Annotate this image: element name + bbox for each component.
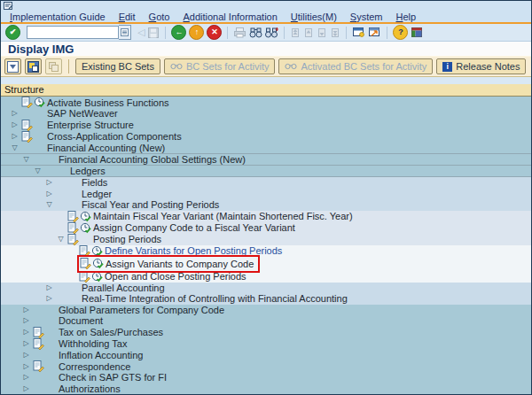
tree-item-label[interactable]: Parallel Accounting [80, 283, 165, 293]
tree-item-label[interactable]: Inflation Accounting [57, 350, 143, 360]
tree-row-inflation-accounting[interactable]: ▷Inflation Accounting [1, 350, 531, 361]
expanded-arrow-icon[interactable]: ▽ [32, 166, 43, 176]
img-activity-doc-icon[interactable] [79, 258, 91, 269]
position-icon[interactable] [4, 58, 21, 74]
tree-item-label[interactable]: Correspondence [57, 361, 130, 372]
collapsed-arrow-icon[interactable]: ▷ [20, 338, 32, 349]
save-icon[interactable] [147, 27, 160, 39]
help-icon[interactable]: ? [393, 25, 408, 40]
exit-icon[interactable]: ↑ [189, 25, 204, 40]
expanded-arrow-icon[interactable]: ▽ [55, 234, 66, 244]
img-activity-doc-icon[interactable] [20, 120, 33, 131]
tree-row-tax-on-sales-purchases[interactable]: ▷Tax on Sales/Purchases [1, 327, 531, 338]
find-next-icon[interactable] [265, 27, 278, 38]
tree-item-label[interactable]: Fields [80, 177, 107, 188]
tree-item-label[interactable]: Real-Time Integration of Controlling wit… [80, 293, 348, 304]
tree-item-label[interactable]: Tax on Sales/Purchases [57, 327, 163, 337]
system-window-icon[interactable] [4, 2, 13, 11]
menu-item-additional-information[interactable]: Additional Information [183, 12, 277, 22]
tree-row-assign-company-code-to-a-fiscal-year-variant[interactable]: Assign Company Code to a Fiscal Year Var… [1, 222, 531, 234]
button-release-notes[interactable]: iRelease Notes [436, 58, 526, 74]
tree-row-global-parameters-for-company-code[interactable]: ▷Global Parameters for Company Code [1, 305, 531, 316]
img-structure-tree[interactable]: Activate Business Functions▷SAP NetWeave… [1, 97, 531, 394]
page-down-icon[interactable] [317, 27, 327, 38]
tree-item-label[interactable]: Check in SAP GTS for FI [57, 372, 167, 383]
tree-row-correspondence[interactable]: ▷Correspondence [1, 360, 531, 372]
find-icon[interactable] [249, 27, 262, 38]
cancel-icon[interactable]: ✕ [207, 25, 222, 40]
collapsed-arrow-icon[interactable]: ▷ [20, 305, 32, 315]
tree-item-label[interactable]: Ledgers [68, 166, 106, 176]
button-activated-bc-sets-for-activity[interactable]: Activated BC Sets for Activity [278, 58, 433, 74]
collapsed-arrow-icon[interactable]: ▷ [43, 177, 55, 188]
last-page-icon[interactable] [330, 27, 340, 38]
print-icon[interactable] [233, 27, 246, 38]
expanded-arrow-icon[interactable]: ▽ [43, 199, 55, 210]
tree-item-label[interactable]: Withholding Tax [57, 338, 127, 349]
tree-item-label[interactable]: Enterprise Structure [45, 120, 134, 130]
tree-row-maintain-fiscal-year-variant-maintain-shortened-fisc-year[interactable]: Maintain Fiscal Year Variant (Maintain S… [1, 211, 531, 222]
tree-item-label[interactable]: Activate Business Functions [45, 97, 169, 108]
img-activity-doc-icon[interactable] [20, 131, 33, 143]
command-history-icon[interactable] [119, 25, 131, 40]
tree-row-withholding-tax[interactable]: ▷Withholding Tax [1, 338, 531, 350]
customize-layout-icon[interactable] [411, 27, 423, 38]
img-activity-doc-icon[interactable] [32, 327, 44, 338]
img-activity-doc-icon[interactable] [66, 211, 79, 222]
expanded-arrow-icon[interactable]: ▽ [20, 154, 32, 165]
collapsed-arrow-icon[interactable]: ▷ [43, 283, 55, 293]
tree-row-parallel-accounting[interactable]: ▷Parallel Accounting [1, 283, 531, 294]
collapsed-arrow-icon[interactable]: ▷ [43, 189, 55, 199]
collapsed-arrow-icon[interactable]: ▷ [20, 327, 32, 337]
collapsed-arrow-icon[interactable]: ▷ [20, 361, 32, 372]
tree-row-posting-periods[interactable]: ▽Posting Periods [1, 234, 531, 245]
tree-row-financial-accounting-global-settings-new[interactable]: ▽Financial Accounting Global Settings (N… [1, 153, 531, 166]
button-existing-bc-sets[interactable]: Existing BC Sets [75, 58, 160, 74]
execute-activity-icon[interactable] [79, 222, 91, 234]
collapsed-arrow-icon[interactable]: ▷ [20, 315, 32, 326]
collapsed-arrow-icon[interactable]: ▷ [43, 293, 55, 304]
img-activity-doc-icon[interactable] [66, 234, 79, 245]
tree-item-label[interactable]: Posting Periods [91, 234, 161, 244]
tree-row-document[interactable]: ▷Document [1, 315, 531, 327]
button-bc-sets-for-activity[interactable]: BC Sets for Activity [164, 58, 276, 74]
tree-item-label[interactable]: Financial Accounting Global Settings (Ne… [57, 154, 246, 165]
collapsed-arrow-icon[interactable]: ▷ [9, 120, 20, 130]
command-input[interactable] [27, 26, 119, 39]
tree-item-label[interactable]: Open and Close Posting Periods [103, 271, 246, 282]
tree-row-fields[interactable]: ▷Fields [1, 177, 531, 189]
tree-item-label[interactable]: Assign Company Code to a Fiscal Year Var… [91, 222, 295, 233]
execute-activity-icon[interactable] [79, 211, 91, 222]
tree-item-label[interactable]: Maintain Fiscal Year Variant (Maintain S… [91, 211, 353, 221]
tree-row-check-in-sap-gts-for-fi[interactable]: ▷Check in SAP GTS for FI [1, 372, 531, 383]
tree-row-enterprise-structure[interactable]: ▷Enterprise Structure [1, 120, 531, 131]
tree-item-label[interactable]: Cross-Application Components [45, 131, 182, 142]
back-disabled-icon[interactable]: ◁ [137, 27, 145, 37]
execute-activity-icon[interactable] [91, 258, 104, 269]
tree-row-financial-accounting-new[interactable]: ▽Financial Accounting (New) [1, 143, 531, 154]
tree-item-label[interactable]: Ledger [80, 189, 112, 199]
img-activity-doc-icon[interactable] [32, 338, 44, 350]
tree-row-authorizations[interactable]: ▷Authorizations [1, 383, 531, 395]
tree-row-fiscal-year-and-posting-periods[interactable]: ▽Fiscal Year and Posting Periods [1, 199, 531, 211]
execute-activity-icon[interactable] [33, 97, 45, 108]
collapsed-arrow-icon[interactable]: ▷ [9, 108, 20, 119]
copy-icon[interactable] [45, 58, 62, 74]
menu-item-implementation-guide[interactable]: Implementation Guide [10, 12, 106, 22]
tree-row-real-time-integration-of-controlling-with-financial-accounting[interactable]: ▷Real-Time Integration of Controlling wi… [1, 293, 531, 305]
expanded-arrow-icon[interactable]: ▽ [9, 143, 20, 153]
collapsed-arrow-icon[interactable]: ▷ [9, 131, 20, 142]
collapsed-arrow-icon[interactable]: ▷ [20, 350, 32, 360]
tree-item-label[interactable]: Fiscal Year and Posting Periods [80, 199, 219, 210]
tree-row-ledger[interactable]: ▷Ledger [1, 189, 531, 200]
tree-row-activate-business-functions[interactable]: Activate Business Functions [1, 97, 531, 108]
page-up-icon[interactable] [303, 27, 314, 38]
menu-item-system[interactable]: System [350, 12, 383, 22]
menu-item-help[interactable]: Help [396, 12, 417, 22]
tree-row-sap-netweaver[interactable]: ▷SAP NetWeaver [1, 108, 531, 120]
img-info-icon[interactable] [25, 58, 42, 74]
menu-item-edit[interactable]: Edit [119, 12, 136, 22]
collapsed-arrow-icon[interactable]: ▷ [20, 383, 32, 394]
img-activity-doc-icon[interactable] [66, 222, 79, 234]
menu-item-goto[interactable]: Goto [149, 12, 170, 22]
